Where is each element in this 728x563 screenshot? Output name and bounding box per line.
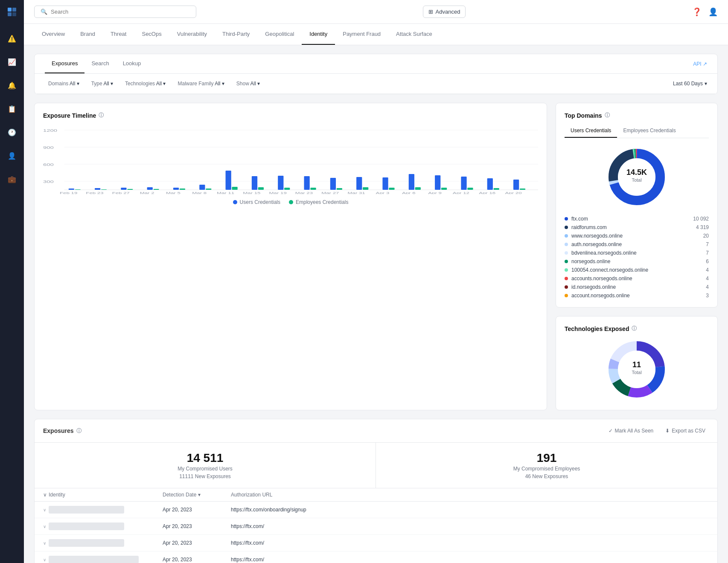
sidebar-icon-user[interactable]: 👤 (4, 148, 20, 163)
sidebar-icon-list[interactable]: 📋 (4, 102, 20, 116)
domains-filter[interactable]: Domains All ▾ (45, 79, 83, 88)
svg-text:Mar 23: Mar 23 (295, 191, 313, 194)
expand-icon[interactable]: ∨ (43, 557, 46, 562)
domain-left: accounts.norsegods.online (565, 276, 632, 282)
sidebar-icon-clock[interactable]: 🕐 (4, 125, 20, 140)
domain-dot (565, 234, 568, 238)
svg-rect-0 (8, 8, 12, 12)
sub-tab-exposures[interactable]: Exposures (45, 54, 84, 73)
top-domains-help-icon[interactable]: ⓘ (605, 112, 610, 119)
domain-dot (565, 268, 568, 272)
tab-identity[interactable]: Identity (302, 24, 335, 45)
svg-text:Apr 6: Apr 6 (402, 191, 416, 194)
svg-text:Mar 5: Mar 5 (166, 191, 181, 194)
expand-icon[interactable]: ∨ (43, 508, 46, 512)
svg-text:Mar 15: Mar 15 (243, 191, 260, 194)
user-icon[interactable]: 👤 (708, 7, 718, 17)
svg-text:600: 600 (43, 163, 54, 167)
domain-count: 10 092 (693, 216, 709, 222)
sidebar-icon-bell[interactable]: 🔔 (4, 78, 20, 93)
search-input[interactable] (51, 9, 190, 15)
advanced-button[interactable]: ⊞ Advanced (423, 6, 466, 18)
tech-help-icon[interactable]: ⓘ (632, 325, 637, 332)
svg-rect-26 (232, 187, 237, 190)
panel-tab-employees-creds[interactable]: Employees Credentials (617, 124, 681, 138)
legend-users: Users Credentials (233, 199, 280, 205)
domain-name: bdvenlinea.norsegods.online (571, 250, 637, 256)
chart-legend: Users Credentials Employees Credentials (43, 199, 538, 205)
sidebar-icon-alert[interactable]: ⚠️ (4, 31, 20, 46)
expand-icon[interactable]: ∨ (43, 524, 46, 529)
topbar-right: ❓ 👤 (692, 7, 718, 17)
advanced-label: Advanced (436, 9, 460, 15)
malware-family-filter[interactable]: Malware Family All ▾ (174, 79, 227, 88)
svg-rect-37 (382, 177, 388, 190)
td-date: Apr 20, 2023 (163, 557, 231, 563)
api-link[interactable]: API ↗ (693, 61, 707, 67)
svg-rect-46 (494, 188, 499, 190)
malware-filter-label: Malware Family All ▾ (178, 81, 224, 87)
svg-rect-40 (415, 187, 421, 190)
table-row: ∨████████████@gmail.com Apr 20, 2023 htt… (35, 502, 717, 518)
domain-row-id-norsegods: id.norsegods.online 4 (565, 284, 709, 290)
tab-attack-surface[interactable]: Attack Surface (388, 24, 440, 45)
svg-rect-34 (337, 188, 342, 190)
top-domains-tabs: Users Credentials Employees Credentials (565, 124, 709, 138)
panel-tab-users-creds[interactable]: Users Credentials (565, 124, 617, 138)
svg-rect-48 (520, 189, 525, 190)
sub-tab-search[interactable]: Search (84, 54, 116, 73)
td-identity: ∨████████████████@gmail.com (43, 556, 163, 563)
right-panel: Top Domains ⓘ Users Credentials Employee… (556, 103, 718, 410)
svg-text:Mar 19: Mar 19 (269, 191, 287, 194)
date-filter[interactable]: Last 60 Days ▾ (673, 81, 707, 87)
exposures-help-icon[interactable]: ⓘ (76, 427, 82, 435)
th-identity[interactable]: ∨ Identity (43, 492, 163, 498)
sidebar-icon-briefcase[interactable]: 💼 (4, 172, 20, 187)
technologies-filter[interactable]: Technologies All ▾ (122, 79, 169, 88)
mark-all-seen-button[interactable]: ✓ Mark All As Seen (605, 426, 657, 435)
expand-icon[interactable]: ∨ (43, 541, 46, 546)
show-filter[interactable]: Show All ▾ (233, 79, 263, 88)
svg-rect-44 (467, 188, 473, 190)
tab-brand[interactable]: Brand (73, 24, 103, 45)
th-detection-date[interactable]: Detection Date ▾ (163, 492, 231, 498)
domain-dot (565, 217, 568, 221)
svg-rect-43 (461, 177, 466, 190)
tab-payment-fraud[interactable]: Payment Fraud (335, 24, 388, 45)
filters-bar: Domains All ▾ Type All ▾ Technologies Al… (35, 74, 717, 94)
donut-container: 14.5K Total (565, 145, 709, 209)
compromised-employees-stat: 191 My Compromised Employees 46 New Expo… (376, 443, 717, 488)
tab-overview[interactable]: Overview (34, 24, 73, 45)
tab-secops[interactable]: SecOps (134, 24, 169, 45)
table-row: ∨████████████@gmail.com Apr 20, 2023 htt… (35, 535, 717, 551)
tech-exposed-title: Technologies Exposed ⓘ (565, 325, 709, 332)
sub-tabs-bar: Exposures Search Lookup API ↗ (35, 54, 717, 74)
td-date: Apr 20, 2023 (163, 523, 231, 529)
td-url: https://ftx.com/ (231, 540, 709, 546)
sort-down-icon: ▾ (198, 492, 201, 498)
tab-geopolitical[interactable]: Geopolitical (257, 24, 302, 45)
filters-left: Domains All ▾ Type All ▾ Technologies Al… (45, 79, 263, 88)
chart-help-icon[interactable]: ⓘ (99, 112, 104, 119)
tab-third-party[interactable]: Third-Party (215, 24, 257, 45)
svg-rect-47 (513, 180, 519, 190)
domain-list: ftx.com 10 092 raidforums.com 4 319 (565, 216, 709, 299)
svg-rect-14 (75, 189, 81, 190)
type-filter[interactable]: Type All ▾ (88, 79, 116, 88)
sub-tab-lookup[interactable]: Lookup (116, 54, 148, 73)
svg-rect-18 (127, 189, 133, 190)
export-csv-button[interactable]: ⬇ Export as CSV (662, 426, 709, 435)
svg-rect-2 (8, 12, 12, 16)
tab-vulnerability[interactable]: Vulnerability (169, 24, 215, 45)
domain-name: id.norsegods.online (571, 284, 616, 290)
domain-dot (565, 294, 568, 297)
tab-threat[interactable]: Threat (103, 24, 134, 45)
domain-row-norsegods: norsegods.online 6 (565, 258, 709, 264)
search-box[interactable]: 🔍 (34, 6, 196, 18)
td-date: Apr 20, 2023 (163, 540, 231, 546)
help-icon[interactable]: ❓ (692, 7, 702, 17)
top-domains-card: Top Domains ⓘ Users Credentials Employee… (556, 103, 718, 308)
stats-row: 14 511 My Compromised Users 11111 New Ex… (35, 443, 717, 488)
svg-text:Apr 20: Apr 20 (505, 191, 521, 194)
sidebar-icon-chart[interactable]: 📈 (4, 55, 20, 70)
